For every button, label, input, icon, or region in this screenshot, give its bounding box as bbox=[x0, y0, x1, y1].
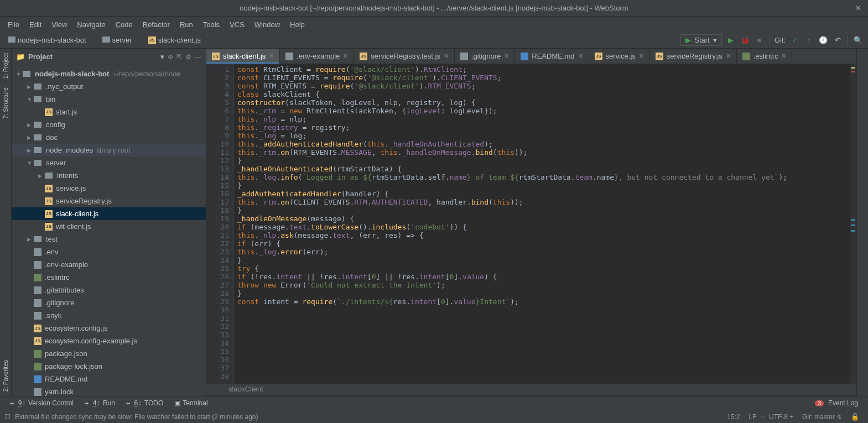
bottom-tool-run[interactable]: ↔ 4: Run bbox=[79, 398, 121, 408]
tab-close-icon[interactable]: ✕ bbox=[269, 53, 274, 60]
error-marker[interactable] bbox=[851, 71, 855, 72]
editor-tab[interactable]: README.md✕ bbox=[515, 49, 589, 64]
editor-body[interactable]: 1234567891011121314151617181920212223242… bbox=[206, 64, 856, 384]
bottom-tool-version-control[interactable]: ↔ 9: Version Control bbox=[4, 398, 79, 408]
js-file-icon: JS bbox=[45, 185, 53, 192]
tree-file[interactable]: .gitattributes bbox=[12, 284, 206, 296]
tool-tab-project[interactable]: 1: Project bbox=[1, 49, 10, 83]
tree-file[interactable]: JSslack-client.js bbox=[12, 207, 206, 220]
stop-button[interactable]: ■ bbox=[754, 35, 765, 46]
menu-window[interactable]: Window bbox=[250, 18, 284, 31]
project-tree[interactable]: ▼nodejs-msb-slack-bot ~/repo/personal/no… bbox=[12, 65, 206, 396]
info-marker[interactable] bbox=[851, 224, 855, 226]
info-marker[interactable] bbox=[851, 219, 855, 221]
tree-file[interactable]: package.json bbox=[12, 347, 206, 360]
tree-file[interactable]: JSstart.js bbox=[12, 106, 206, 118]
line-separator[interactable]: LF bbox=[744, 413, 761, 421]
bottom-tool-todo[interactable]: ↔ 6: TODO bbox=[121, 398, 169, 408]
tree-folder[interactable]: ▶config bbox=[12, 118, 206, 131]
tree-folder[interactable]: ▶test bbox=[12, 233, 206, 246]
menu-tools[interactable]: Tools bbox=[199, 18, 224, 31]
menu-view[interactable]: View bbox=[47, 18, 71, 31]
breadcrumb-item[interactable]: nodejs-msb-slack-bot bbox=[4, 35, 90, 45]
tree-file[interactable]: yarn.lock bbox=[12, 385, 206, 396]
tree-folder[interactable]: ▶doc bbox=[12, 131, 206, 144]
editor-tab[interactable]: .eslintrc✕ bbox=[737, 49, 793, 64]
code-content[interactable]: const RtmClient = require('@slack/client… bbox=[234, 64, 850, 384]
tab-close-icon[interactable]: ✕ bbox=[343, 53, 348, 60]
tree-folder[interactable]: ▼server bbox=[12, 156, 206, 169]
editor-tab[interactable]: .gitignore✕ bbox=[455, 49, 515, 64]
toolbar-right: ▶ Start ▾ ▶ 🐞 ■ Git: ✓ ↑ 🕘 ↶ 🔍 bbox=[680, 34, 864, 46]
locate-icon[interactable]: ⊕ bbox=[168, 53, 173, 61]
file-encoding[interactable]: UTF-8 ÷ bbox=[765, 413, 798, 421]
editor-tab[interactable]: JSserviceRegistry.js✕ bbox=[650, 49, 737, 64]
tree-file[interactable]: JSwit-client.js bbox=[12, 220, 206, 233]
tree-file[interactable]: .env bbox=[12, 246, 206, 258]
menu-refactor[interactable]: Refactor bbox=[138, 18, 174, 31]
tree-file[interactable]: package-lock.json bbox=[12, 360, 206, 373]
tool-tab-structure[interactable]: 7: Structure bbox=[1, 83, 10, 123]
menu-file[interactable]: File bbox=[3, 18, 24, 31]
tree-folder[interactable]: ▶.nyc_output bbox=[12, 80, 206, 93]
js-file-icon: JS bbox=[595, 53, 602, 60]
breadcrumb: nodejs-msb-slack-bot〉server〉JSslack-clie… bbox=[4, 35, 680, 45]
menu-code[interactable]: Code bbox=[111, 18, 137, 31]
tree-file[interactable]: JSecosystem.config-example.js bbox=[12, 335, 206, 347]
caret-position[interactable]: 15:2 bbox=[723, 413, 744, 421]
tab-close-icon[interactable]: ✕ bbox=[781, 53, 786, 60]
marker-strip[interactable] bbox=[850, 64, 856, 384]
vcs-revert-button[interactable]: ↶ bbox=[832, 35, 843, 46]
tool-tab-favorites[interactable]: 2: Favorites bbox=[1, 356, 10, 396]
tree-file[interactable]: .gitignore bbox=[12, 296, 206, 309]
tree-root[interactable]: ▼nodejs-msb-slack-bot ~/repo/personal/no… bbox=[12, 67, 206, 80]
tree-folder[interactable]: ▶intents bbox=[12, 169, 206, 182]
tab-close-icon[interactable]: ✕ bbox=[726, 53, 731, 60]
bottom-tool-terminal[interactable]: ▣ Terminal bbox=[169, 398, 213, 408]
menu-edit[interactable]: Edit bbox=[25, 18, 46, 31]
breadcrumb-item[interactable]: JSslack-client.js bbox=[145, 35, 204, 45]
gear-icon[interactable]: ⚙ bbox=[185, 53, 191, 61]
editor-tab[interactable]: JSslack-client.js✕ bbox=[206, 49, 280, 64]
status-bar: ☐ External file changes sync may be slow… bbox=[0, 410, 868, 423]
vcs-commit-button[interactable]: ↑ bbox=[803, 35, 814, 46]
editor-tab[interactable]: .env-example✕ bbox=[280, 49, 354, 64]
vcs-update-button[interactable]: ✓ bbox=[789, 35, 800, 46]
editor-tab[interactable]: JSservice.js✕ bbox=[589, 49, 650, 64]
chevron-down-icon[interactable]: ▾ bbox=[160, 53, 164, 61]
vcs-history-button[interactable]: 🕘 bbox=[818, 35, 829, 46]
tree-file[interactable]: JSecosystem.config.js bbox=[12, 322, 206, 335]
tree-file[interactable]: JSserviceRegistry.js bbox=[12, 195, 206, 207]
menu-help[interactable]: Help bbox=[285, 18, 309, 31]
search-everywhere-button[interactable]: 🔍 bbox=[853, 35, 864, 46]
warning-marker[interactable] bbox=[851, 67, 855, 69]
lock-icon[interactable]: 🔓 bbox=[846, 413, 864, 421]
tree-folder[interactable]: ▼bin bbox=[12, 93, 206, 106]
collapse-icon[interactable]: ⇱ bbox=[176, 53, 182, 61]
menu-run[interactable]: Run bbox=[175, 18, 197, 31]
event-log-button[interactable]: 3 Event Log bbox=[809, 398, 864, 408]
git-branch[interactable]: Git: master ↯ bbox=[798, 413, 846, 421]
tab-close-icon[interactable]: ✕ bbox=[578, 53, 583, 60]
run-button[interactable]: ▶ bbox=[725, 35, 736, 46]
tree-file[interactable]: JSservice.js bbox=[12, 182, 206, 195]
tree-file[interactable]: .eslintrc bbox=[12, 271, 206, 284]
status-icon[interactable]: ☐ bbox=[4, 413, 11, 421]
debug-button[interactable]: 🐞 bbox=[740, 35, 751, 46]
tab-close-icon[interactable]: ✕ bbox=[444, 53, 449, 60]
tab-close-icon[interactable]: ✕ bbox=[639, 53, 644, 60]
hide-icon[interactable]: — bbox=[195, 53, 201, 61]
menu-navigate[interactable]: Navigate bbox=[72, 18, 110, 31]
breadcrumb-item[interactable]: server bbox=[99, 35, 136, 45]
json-file-icon bbox=[742, 53, 750, 60]
window-close-button[interactable]: ✕ bbox=[855, 4, 861, 12]
tab-close-icon[interactable]: ✕ bbox=[504, 53, 509, 60]
tree-file[interactable]: .snyk bbox=[12, 309, 206, 322]
editor-tab[interactable]: JSserviceRegistry.test.js✕ bbox=[354, 49, 454, 64]
run-configuration-selector[interactable]: ▶ Start ▾ bbox=[680, 34, 721, 46]
tree-file[interactable]: README.md bbox=[12, 373, 206, 385]
info-marker[interactable] bbox=[851, 230, 855, 232]
menu-vcs[interactable]: VCS bbox=[225, 18, 249, 31]
tree-folder[interactable]: ▶node_moduleslibrary root bbox=[12, 144, 206, 156]
tree-file[interactable]: .env-example bbox=[12, 258, 206, 271]
